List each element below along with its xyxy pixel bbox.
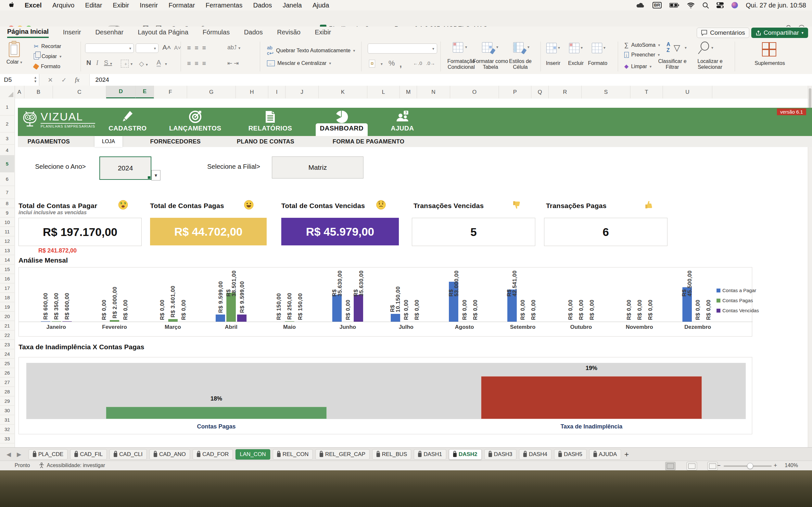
row-header-18[interactable]: 18 xyxy=(0,293,14,302)
ribbon-tab-dados[interactable]: Dados xyxy=(244,29,263,37)
ribbon-tab-formulas[interactable]: Fórmulas xyxy=(203,29,230,37)
row-header-9[interactable]: 9 xyxy=(0,208,14,218)
bold-button[interactable]: N xyxy=(86,59,91,66)
sheet-tab-dash1[interactable]: DASH1 xyxy=(414,449,446,460)
menu-janela[interactable]: Janela xyxy=(283,2,302,9)
row-header-24[interactable]: 24 xyxy=(0,349,14,359)
row-header-33[interactable]: 33 xyxy=(0,434,14,443)
menu-excel[interactable]: Excel xyxy=(25,2,42,9)
row-header-7[interactable]: 7 xyxy=(0,186,14,199)
ribbon-tab-layout-da-pagina[interactable]: Layout da Página xyxy=(138,29,188,37)
row-header-16[interactable]: 16 xyxy=(0,274,14,283)
zoom-slider-knob[interactable] xyxy=(747,463,753,469)
autosum-button[interactable]: ∑AutoSoma▾ xyxy=(624,42,660,49)
sheet-tab-dash4[interactable]: DASH4 xyxy=(519,449,552,460)
sheet-tab-cad-for[interactable]: CAD_FOR xyxy=(193,449,233,460)
column-header-C[interactable]: C xyxy=(53,86,106,98)
zoom-in-button[interactable]: + xyxy=(774,462,777,469)
ribbon-tab-inserir[interactable]: Inserir xyxy=(63,29,81,37)
merge-center-button[interactable]: ↔Mesclar e Centralizar▾ xyxy=(267,60,331,66)
sheet-tab-lan-con[interactable]: LAN_CON xyxy=(236,449,270,460)
ribbon-tab-desenhar[interactable]: Desenhar xyxy=(95,29,123,37)
wrap-text-button[interactable]: abc↩Quebrar Texto Automaticamente▾ xyxy=(267,45,355,56)
row-header-2[interactable]: 2 xyxy=(0,116,14,132)
format-painter-button[interactable]: Formato xyxy=(34,64,60,69)
borders-dropdown[interactable]: ▾ xyxy=(131,62,133,66)
menu-editar[interactable]: Editar xyxy=(85,2,102,9)
sheet-tab-rel-ger-cap[interactable]: REL_GER_CAP xyxy=(315,449,370,460)
row-header-8[interactable]: 8 xyxy=(0,199,14,208)
row-header-17[interactable]: 17 xyxy=(0,283,14,293)
column-header-P[interactable]: P xyxy=(499,86,531,98)
row-header-21[interactable]: 21 xyxy=(0,321,14,330)
column-header-H[interactable]: H xyxy=(236,86,268,98)
underline-button[interactable]: S ▾ xyxy=(104,59,112,66)
column-header-N[interactable]: N xyxy=(417,86,450,98)
sheet-tab-cad-ano[interactable]: CAD_ANO xyxy=(149,449,190,460)
column-header-R[interactable]: R xyxy=(549,86,582,98)
accessibility-status[interactable]: Acessibilidade: investigar xyxy=(39,462,105,468)
menu-arquivo[interactable]: Arquivo xyxy=(52,2,74,9)
row-header-19[interactable]: 19 xyxy=(0,302,14,312)
sheet-tab-dash5[interactable]: DASH5 xyxy=(554,449,587,460)
column-header-S[interactable]: S xyxy=(582,86,630,98)
normal-view-button[interactable] xyxy=(665,462,675,470)
clear-button[interactable]: ◆Limpar▾ xyxy=(624,63,652,70)
branch-filter-cell[interactable]: Matriz xyxy=(272,157,363,178)
control-center-icon[interactable] xyxy=(716,2,724,8)
column-header-K[interactable]: K xyxy=(319,86,367,98)
align-top-buttons[interactable]: ≡ ≡ ≡ xyxy=(187,44,207,52)
cell-styles-button[interactable]: ▾ xyxy=(513,42,523,53)
number-format-select[interactable]: ▾ xyxy=(368,44,437,54)
subtab-plano-de-contas[interactable]: PLANO DE CONTAS xyxy=(236,136,296,147)
find-select-button[interactable]: ▾ xyxy=(698,42,710,56)
insert-cells-button[interactable]: ▾ xyxy=(546,43,557,53)
increase-decimal-button[interactable]: ←.0 xyxy=(413,60,422,66)
cancel-entry-icon[interactable]: ✕ xyxy=(48,76,53,84)
column-header-O[interactable]: O xyxy=(450,86,499,98)
sheet-tab-rel-bus[interactable]: REL_BUS xyxy=(372,449,411,460)
name-box-stepper[interactable]: ▲▼ xyxy=(34,76,37,83)
orientation-button[interactable]: ab⤴ ▾ xyxy=(227,44,240,51)
share-button[interactable]: Compartilhar ▾ xyxy=(751,27,808,38)
menu-inserir[interactable]: Inserir xyxy=(140,2,158,9)
comma-style-button[interactable]: , xyxy=(400,59,402,69)
nav-item-cadastro[interactable]: CADASTRO xyxy=(100,108,155,136)
formula-input[interactable]: 2024 xyxy=(89,74,812,86)
row-header-12[interactable]: 12 xyxy=(0,236,14,246)
column-header-B[interactable]: B xyxy=(24,86,53,98)
selection-fill-handle[interactable] xyxy=(148,176,150,179)
row-header-6[interactable]: 6 xyxy=(0,172,14,186)
sheet-tab-cad-cli[interactable]: CAD_CLI xyxy=(109,449,147,460)
column-header-Q[interactable]: Q xyxy=(531,86,549,98)
subtab-loja[interactable]: LOJA xyxy=(95,136,122,147)
accounting-format-button[interactable]: ¤ xyxy=(369,60,375,67)
insert-function-icon[interactable]: fx xyxy=(75,76,80,83)
italic-button[interactable]: I xyxy=(96,59,98,66)
subtab-fornecedores[interactable]: FORNECEDORES xyxy=(149,136,201,147)
input-source-badge[interactable]: BR xyxy=(653,2,662,8)
add-sheet-button[interactable]: + xyxy=(624,450,629,459)
nav-item-ajuda[interactable]: ?AJUDA xyxy=(375,108,430,136)
name-box[interactable]: D5▲▼ xyxy=(0,74,39,86)
paste-button[interactable]: Colar ▾ xyxy=(5,42,24,65)
nav-item-lancamentos[interactable]: LANÇAMENTOS xyxy=(167,108,223,136)
column-header-E[interactable]: E xyxy=(136,86,154,98)
sort-filter-button[interactable]: AZ▽▾ xyxy=(666,42,670,53)
align-horizontal-buttons[interactable]: ≡ ≡ ≡ xyxy=(187,60,207,67)
row-header-1[interactable]: 1 xyxy=(0,99,14,116)
column-header-A[interactable]: A xyxy=(15,86,24,98)
sheet-tab-ajuda[interactable]: AJUDA xyxy=(589,449,621,460)
delete-cells-button[interactable]: ▾ xyxy=(569,43,579,53)
font-name-select[interactable]: ▾ xyxy=(85,44,134,53)
font-size-select[interactable]: ▾ xyxy=(136,44,158,53)
next-sheet-arrow[interactable]: ▶ xyxy=(17,451,21,458)
row-header-29[interactable]: 29 xyxy=(0,396,14,406)
row-header-5[interactable]: 5 xyxy=(0,156,14,172)
column-header-F[interactable]: F xyxy=(154,86,187,98)
sheet-tab-rel-con[interactable]: REL_CON xyxy=(273,449,313,460)
battery-icon[interactable] xyxy=(669,3,679,8)
percent-style-button[interactable]: % xyxy=(389,59,395,67)
row-header-20[interactable]: 20 xyxy=(0,312,14,321)
nav-item-dashboard[interactable]: DASHBOARD xyxy=(314,108,369,136)
